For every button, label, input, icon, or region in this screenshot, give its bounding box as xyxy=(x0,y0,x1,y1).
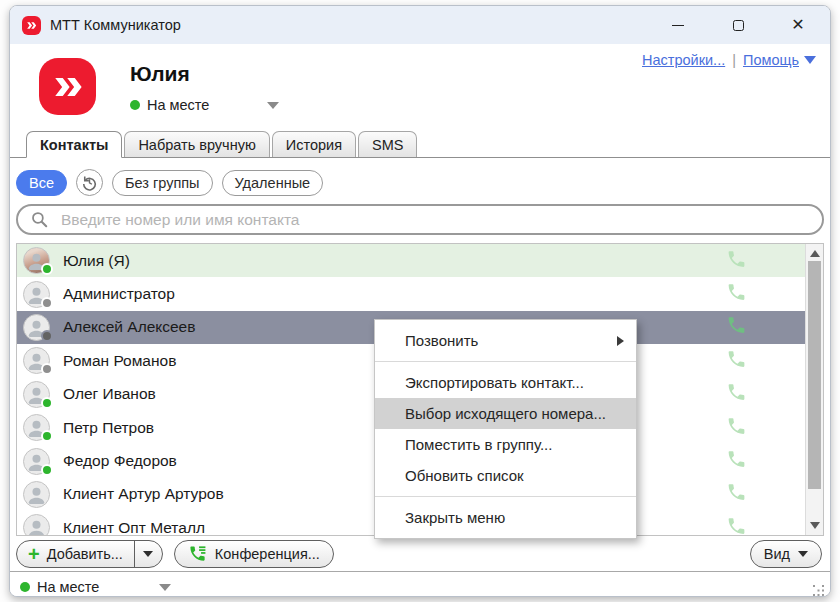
call-icon[interactable] xyxy=(726,515,747,536)
add-button-label: Добавить... xyxy=(47,546,123,562)
contact-row[interactable]: Юлия (Я) xyxy=(17,244,805,277)
bottom-toolbar: + Добавить... Конференция... Вид xyxy=(10,536,830,571)
contact-row[interactable]: Администратор xyxy=(17,277,805,310)
presence-dot-icon xyxy=(41,330,53,342)
status-dropdown-icon[interactable] xyxy=(159,584,171,591)
header: Юлия На месте Настройки... | Помощь xyxy=(10,44,830,131)
contact-name: Федор Федоров xyxy=(63,452,177,470)
clock-history-icon xyxy=(80,173,99,192)
statusbar-status-label: На месте xyxy=(37,579,99,595)
view-button-label: Вид xyxy=(764,546,790,562)
presence-dot-icon xyxy=(20,582,30,592)
scrollbar[interactable] xyxy=(805,244,823,535)
minimize-button[interactable] xyxy=(662,12,694,38)
scroll-down-icon[interactable] xyxy=(810,522,820,529)
call-icon[interactable] xyxy=(726,282,747,307)
settings-link[interactable]: Настройки... xyxy=(642,52,725,68)
chevron-down-icon xyxy=(143,551,153,557)
link-separator: | xyxy=(732,52,736,68)
presence-dot-icon xyxy=(41,397,53,409)
context-menu: Позвонить Экспортировать контакт... Выбо… xyxy=(374,319,637,539)
search-box xyxy=(16,204,824,235)
scroll-up-icon[interactable] xyxy=(810,250,820,257)
maximize-button[interactable] xyxy=(722,12,754,38)
tab-1[interactable]: Набрать вручную xyxy=(124,131,269,157)
help-dropdown-icon[interactable] xyxy=(804,56,816,64)
chevron-down-icon xyxy=(798,551,808,557)
conference-button[interactable]: Конференция... xyxy=(174,540,334,568)
filter-bar: Все Без группы Удаленные xyxy=(10,158,830,202)
call-icon[interactable] xyxy=(726,348,747,373)
maximize-icon xyxy=(733,20,744,31)
menu-separator xyxy=(375,361,636,362)
call-icon[interactable] xyxy=(726,382,747,407)
search-icon xyxy=(30,210,49,229)
presence-dot-icon xyxy=(41,363,53,375)
resize-grip[interactable] xyxy=(813,585,825,597)
app-window: МТТ Коммуникатор ✕ Юлия На месте Настрой… xyxy=(9,5,831,597)
add-split-button: + Добавить... xyxy=(16,540,163,568)
presence-dot-icon xyxy=(41,464,53,476)
avatar xyxy=(23,247,50,274)
contact-name: Администратор xyxy=(63,285,175,303)
scrollbar-thumb[interactable] xyxy=(808,261,821,489)
avatar xyxy=(23,414,50,441)
view-button[interactable]: Вид xyxy=(750,540,822,568)
contact-name: Петр Петров xyxy=(63,419,154,437)
help-link[interactable]: Помощь xyxy=(743,52,799,68)
window-title: МТТ Коммуникатор xyxy=(50,17,662,33)
add-button[interactable]: + Добавить... xyxy=(17,541,134,567)
history-filter-button[interactable] xyxy=(76,169,103,196)
conference-button-label: Конференция... xyxy=(215,546,320,562)
avatar xyxy=(23,314,50,341)
avatar xyxy=(23,481,50,508)
tab-0[interactable]: Контакты xyxy=(26,131,122,158)
contact-name: Клиент Артур Артуров xyxy=(63,485,224,503)
close-button[interactable]: ✕ xyxy=(782,12,814,38)
presence-dot-icon xyxy=(41,430,53,442)
call-icon[interactable] xyxy=(726,482,747,507)
filter-no-group-button[interactable]: Без группы xyxy=(112,170,213,196)
presence-dot-icon xyxy=(41,297,53,309)
call-icon[interactable] xyxy=(726,449,747,474)
call-icon[interactable] xyxy=(726,248,747,273)
tab-3[interactable]: SMS xyxy=(358,131,417,157)
plus-icon: + xyxy=(28,544,40,564)
call-icon[interactable] xyxy=(726,415,747,440)
close-icon: ✕ xyxy=(791,17,804,33)
avatar xyxy=(23,347,50,374)
contact-name: Олег Иванов xyxy=(63,385,156,403)
filter-all-button[interactable]: Все xyxy=(16,170,67,196)
presence-dot-icon xyxy=(130,100,140,110)
presence-dot-icon xyxy=(41,263,53,275)
user-status-selector[interactable]: На месте xyxy=(130,97,279,113)
contact-name: Роман Романов xyxy=(63,352,176,370)
conference-phone-icon xyxy=(188,544,207,563)
search-input[interactable] xyxy=(59,210,810,230)
avatar xyxy=(23,381,50,408)
tab-2[interactable]: История xyxy=(272,131,356,157)
user-name: Юлия xyxy=(130,62,190,86)
context-menu-item[interactable]: Поместить в группу... xyxy=(375,429,636,460)
brand-logo-icon xyxy=(39,58,96,115)
tab-bar: КонтактыНабрать вручнуюИсторияSMS xyxy=(10,131,830,158)
avatar xyxy=(23,514,50,536)
submenu-arrow-icon xyxy=(617,336,624,346)
title-bar[interactable]: МТТ Коммуникатор ✕ xyxy=(10,6,830,44)
menu-separator xyxy=(375,496,636,497)
app-icon xyxy=(22,16,41,35)
chevron-down-icon[interactable] xyxy=(267,102,279,109)
avatar xyxy=(23,448,50,475)
contact-name: Клиент Опт Металл xyxy=(63,519,205,536)
context-menu-item[interactable]: Экспортировать контакт... xyxy=(375,367,636,398)
filter-deleted-button[interactable]: Удаленные xyxy=(222,170,324,196)
minimize-icon xyxy=(672,25,684,26)
context-menu-item[interactable]: Обновить список xyxy=(375,460,636,491)
add-dropdown-button[interactable] xyxy=(135,541,162,567)
context-menu-item[interactable]: Выбор исходящего номера... xyxy=(375,398,636,429)
contact-name: Юлия (Я) xyxy=(63,252,130,270)
avatar xyxy=(23,281,50,308)
context-menu-item[interactable]: Закрыть меню xyxy=(375,502,636,533)
call-icon[interactable] xyxy=(726,315,747,340)
context-menu-item[interactable]: Позвонить xyxy=(375,325,636,356)
